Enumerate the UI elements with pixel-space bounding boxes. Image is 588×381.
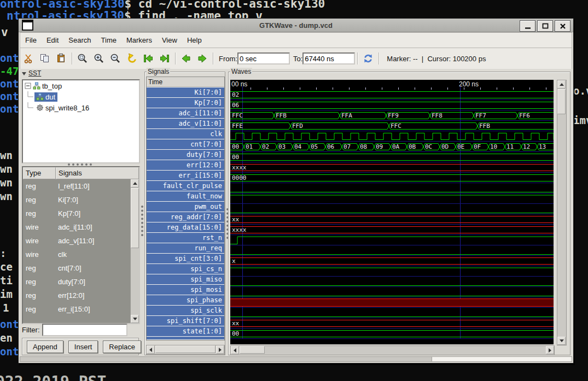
reload-button[interactable]: [361, 51, 375, 66]
signal-item[interactable]: err[12:0]: [147, 160, 224, 170]
table-row[interactable]: regerr_i[15:0]: [23, 302, 139, 316]
wave-row-spi_phase[interactable]: [230, 297, 554, 308]
table-row[interactable]: regcnt[7:0]: [23, 261, 139, 275]
vertical-splitter-left[interactable]: [141, 206, 143, 236]
signal-item[interactable]: cnt[7:0]: [147, 139, 224, 149]
table-row[interactable]: wireadc_v[11:0]: [23, 234, 139, 248]
tree-item-spi_write8_16[interactable]: spi_write8_16: [23, 102, 139, 113]
scroll-down-button[interactable]: [557, 337, 566, 345]
go-left-button[interactable]: [179, 51, 193, 66]
signal-item[interactable]: run_req: [147, 243, 224, 253]
wave-row-spi_mosi[interactable]: [230, 287, 554, 297]
scrollbar-thumb[interactable]: [131, 188, 139, 248]
wave-row-fault_now[interactable]: [230, 194, 554, 204]
wave-row-reg_addr[7:0][interactable]: xx: [230, 214, 554, 225]
signal-item[interactable]: adc_v[11:0]: [147, 119, 224, 128]
tree-item-dut[interactable]: dut: [23, 91, 139, 102]
minimize-button[interactable]: [520, 20, 535, 32]
table-row[interactable]: regKp[7:0]: [23, 207, 139, 220]
signal-item[interactable]: state[1:0]: [147, 326, 224, 336]
wave-row-duty[7:0][interactable]: 00: [230, 152, 554, 162]
menu-item-markers[interactable]: Markers: [121, 34, 157, 46]
wave-row-spi_cs_n[interactable]: [230, 266, 554, 277]
signal-item[interactable]: fault_now: [147, 191, 224, 201]
go-start-button[interactable]: [141, 51, 155, 66]
signal-item[interactable]: rst_n: [147, 233, 224, 243]
column-header-signals[interactable]: Signals: [56, 167, 139, 179]
maximize-button[interactable]: [537, 20, 553, 32]
copy-button[interactable]: [38, 51, 52, 66]
wave-row-Ki[7:0][interactable]: 02: [230, 90, 554, 100]
wave-display[interactable]: 00 ns200 ns 0206FFCFFBFFAFF9FF8FF7FF6FFE…: [230, 80, 554, 344]
wave-row-clk[interactable]: [230, 131, 554, 142]
zoom-fit-button[interactable]: [75, 51, 90, 66]
signal-item[interactable]: spi_miso: [147, 274, 224, 284]
signal-item[interactable]: spi_sclk: [147, 306, 224, 315]
wave-row-reg_data[15:0][interactable]: xxxx: [230, 225, 554, 235]
cut-button[interactable]: [21, 51, 36, 66]
table-row[interactable]: wireclk: [23, 248, 139, 261]
zoom-undo-button[interactable]: [125, 51, 139, 66]
signal-item[interactable]: reg_addr[7:0]: [147, 212, 224, 222]
table-row[interactable]: wireadc_i[11:0]: [23, 220, 139, 234]
scroll-up-button[interactable]: [131, 179, 139, 187]
scroll-left-button[interactable]: [147, 345, 155, 354]
waves-vertical-scrollbar[interactable]: [557, 80, 567, 345]
table-vertical-scrollbar[interactable]: [130, 179, 139, 323]
signal-item[interactable]: pwm_out: [147, 202, 224, 212]
zoom-out-button[interactable]: [108, 51, 123, 66]
menu-item-edit[interactable]: Edit: [42, 34, 63, 46]
menu-item-time[interactable]: Time: [96, 34, 121, 46]
wave-row-spi_shift[7:0][interactable]: xx: [230, 318, 554, 329]
column-header-type[interactable]: Type: [23, 167, 56, 179]
title-bar[interactable]: GTKWave - dump.vcd: [19, 19, 573, 32]
scrollbar-thumb[interactable]: [240, 346, 265, 354]
timeline[interactable]: 00 ns200 ns: [230, 80, 554, 90]
scroll-up-button[interactable]: [557, 80, 566, 89]
signal-item[interactable]: reg_data[15:0]: [147, 222, 224, 232]
signal-item[interactable]: spi_mosi: [147, 285, 224, 295]
signal-item[interactable]: spi_phase: [147, 295, 224, 305]
wave-row-spi_miso[interactable]: [230, 277, 554, 287]
scroll-down-button[interactable]: [131, 315, 139, 323]
signal-item[interactable]: err_i[15:0]: [147, 171, 224, 180]
insert-button[interactable]: Insert: [68, 341, 98, 353]
wave-row-rst_n[interactable]: [230, 235, 554, 245]
go-right-button[interactable]: [195, 51, 209, 66]
wave-row-spi_sclk[interactable]: [230, 308, 554, 318]
from-input[interactable]: [237, 52, 290, 65]
signal-item[interactable]: clk: [147, 129, 224, 139]
close-button[interactable]: [555, 20, 570, 32]
sst-header[interactable]: SST: [22, 69, 41, 77]
horizontal-splitter-handle[interactable]: [68, 163, 92, 166]
append-button[interactable]: Append: [27, 341, 63, 353]
signal-item[interactable]: adc_i[11:0]: [147, 108, 224, 118]
filter-input[interactable]: [42, 324, 127, 336]
wave-row-spi_cnt[3:0][interactable]: x: [230, 256, 554, 266]
signal-item[interactable]: fault_clr_pulse: [147, 181, 224, 191]
zoom-in-button[interactable]: [92, 51, 106, 66]
table-row[interactable]: regduty[7:0]: [23, 275, 139, 289]
scrollbar-thumb[interactable]: [155, 345, 216, 353]
wave-row-adc_i[11:0][interactable]: FFCFFBFFAFF9FF8FF7FF6: [230, 110, 554, 121]
signal-item[interactable]: Ki[7:0]: [147, 87, 224, 97]
signals-horizontal-scrollbar[interactable]: [146, 345, 225, 355]
scroll-right-button[interactable]: [216, 345, 224, 354]
wave-row-Kp[7:0][interactable]: 06: [230, 100, 554, 110]
time-header[interactable]: Time: [147, 77, 224, 87]
signal-item[interactable]: Kp[7:0]: [147, 98, 224, 108]
signal-item[interactable]: spi_shift[7:0]: [147, 316, 224, 326]
wave-row-state[1:0][interactable]: 00: [230, 329, 554, 339]
wave-row-err_i[15:0][interactable]: 0000: [230, 173, 554, 183]
menu-item-file[interactable]: File: [20, 34, 42, 46]
to-input[interactable]: [302, 52, 355, 65]
signal-item[interactable]: spi_cnt[3:0]: [147, 254, 224, 263]
replace-button[interactable]: Replace: [103, 341, 141, 353]
menu-item-help[interactable]: Help: [182, 34, 207, 46]
table-row[interactable]: regKi[7:0]: [23, 193, 139, 207]
waves-horizontal-scrollbar[interactable]: [230, 345, 555, 355]
scroll-right-button[interactable]: [546, 346, 554, 354]
wave-row-err[12:0][interactable]: xxxx: [230, 162, 554, 173]
table-row[interactable]: regerr[12:0]: [23, 289, 139, 302]
scrollbar-thumb[interactable]: [557, 89, 566, 114]
